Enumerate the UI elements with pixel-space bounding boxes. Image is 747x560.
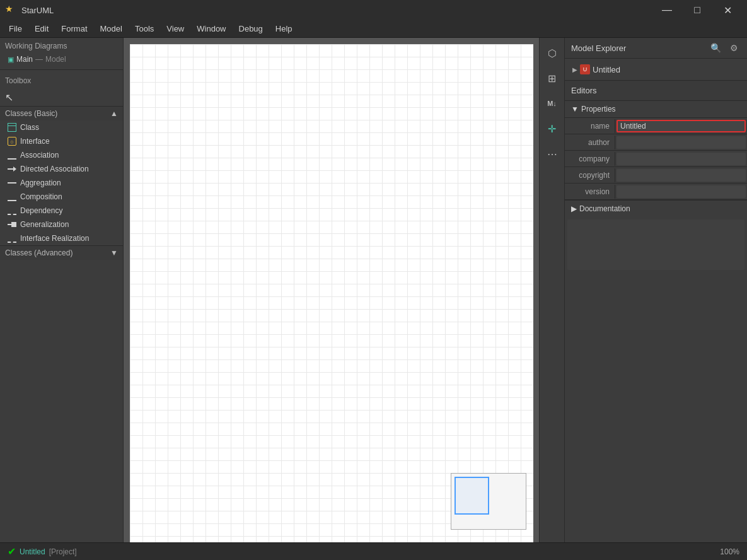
prop-value-copyright[interactable] xyxy=(617,169,746,182)
tree-item-untitled[interactable]: ▶ U Untitled xyxy=(570,62,742,76)
properties-header[interactable]: ▼ Properties xyxy=(565,101,747,118)
close-button[interactable]: ✕ xyxy=(713,0,742,20)
model-explorer-title: Model Explorer xyxy=(571,44,626,53)
interface-icon: ○ xyxy=(8,137,16,146)
classes-basic-header[interactable]: Classes (Basic) ▲ xyxy=(0,107,123,120)
composition-icon xyxy=(8,192,16,201)
generalization-label: Generalization xyxy=(20,220,69,229)
diagram-model: Model xyxy=(45,55,66,64)
interface-realization-icon xyxy=(8,242,16,243)
canvas-container[interactable] xyxy=(124,38,539,542)
canvas-area xyxy=(124,38,539,542)
cursor-tool[interactable]: ↖ xyxy=(0,89,123,106)
app-icon: ★ xyxy=(5,4,18,16)
toolbox-item-class[interactable]: Class xyxy=(0,120,123,134)
tree-expand-arrow: ▶ xyxy=(572,66,577,73)
diagram-separator: — xyxy=(35,55,43,64)
project-label[interactable]: Untitled xyxy=(20,547,45,556)
right-panel: Model Explorer 🔍 ⚙ ▶ U Untitled Editors … xyxy=(564,38,747,542)
documentation-section: ▶ Documentation xyxy=(565,200,747,272)
toolbox-item-directed-association[interactable]: Directed Association xyxy=(0,162,123,176)
statusbar: ✔ Untitled [Project] 100% xyxy=(0,542,747,560)
model-icon: U xyxy=(580,64,590,74)
menubar: File Edit Format Model Tools View Window… xyxy=(0,20,747,38)
toolbox-item-generalization[interactable]: Generalization xyxy=(0,218,123,231)
sidebar-icons: ⬡ ⊞ M↓ ✛ ⋯ xyxy=(539,38,564,542)
prop-label-version: version xyxy=(565,185,615,199)
toolbox-item-interface[interactable]: ○ Interface xyxy=(0,134,123,148)
prop-value-author[interactable] xyxy=(617,136,746,149)
working-diagrams-title: Working Diagrams xyxy=(5,42,118,53)
interface-realization-label: Interface Realization xyxy=(20,234,89,243)
aggregation-label: Aggregation xyxy=(20,178,61,187)
menu-file[interactable]: File xyxy=(3,21,28,36)
prop-label-author: author xyxy=(565,136,615,149)
menu-edit[interactable]: Edit xyxy=(28,21,55,36)
toolbox-section-classes-basic: Classes (Basic) ▲ Class ○ Interface Asso… xyxy=(0,106,123,245)
toolbox-item-composition[interactable]: Composition xyxy=(0,190,123,204)
toolbox-panel: Toolbox ↖ Classes (Basic) ▲ Class ○ xyxy=(0,70,123,542)
statusbar-left: ✔ Untitled [Project] xyxy=(8,545,77,557)
toolbox-item-aggregation[interactable]: Aggregation xyxy=(0,176,123,190)
class-label: Class xyxy=(20,123,39,132)
prop-row-copyright: copyright xyxy=(565,167,747,184)
toolbox-section-classes-advanced: Classes (Advanced) ▼ xyxy=(0,245,123,260)
menu-window[interactable]: Window xyxy=(190,21,232,36)
app-title: StarUML xyxy=(21,6,652,15)
project-suffix: [Project] xyxy=(49,547,77,556)
window-controls: — □ ✕ xyxy=(652,0,742,20)
composition-label: Composition xyxy=(20,192,62,201)
menu-view[interactable]: View xyxy=(160,21,190,36)
menu-model[interactable]: Model xyxy=(94,21,129,36)
association-icon xyxy=(8,158,16,160)
main-layout: Working Diagrams ▣ Main — Model Toolbox … xyxy=(0,38,747,542)
zoom-label: 100% xyxy=(720,547,739,556)
menu-format[interactable]: Format xyxy=(55,21,93,36)
prop-value-version[interactable] xyxy=(617,185,746,198)
menu-help[interactable]: Help xyxy=(269,21,299,36)
toolbox-item-interface-realization[interactable]: Interface Realization xyxy=(0,231,123,245)
aggregation-icon xyxy=(8,178,16,187)
documentation-body[interactable] xyxy=(567,219,744,270)
classes-advanced-arrow: ▼ xyxy=(110,248,118,257)
menu-tools[interactable]: Tools xyxy=(129,21,160,36)
editors-panel: Editors ▼ Properties name Untitled autho… xyxy=(565,80,747,542)
diagram-item-main[interactable]: ▣ Main — Model xyxy=(5,53,118,66)
editors-header: Editors xyxy=(565,81,747,101)
status-ok-icon: ✔ xyxy=(8,545,16,557)
drawing-canvas[interactable] xyxy=(130,44,533,542)
toolbox-item-association[interactable]: Association xyxy=(0,148,123,162)
documentation-header[interactable]: ▶ Documentation xyxy=(565,201,747,217)
model-tree-label: Untitled xyxy=(593,65,620,74)
share-icon[interactable]: ⋯ xyxy=(542,144,562,164)
layout-icon[interactable]: ⊞ xyxy=(542,68,562,88)
properties-collapse-arrow: ▼ xyxy=(571,105,579,114)
prop-value-name[interactable]: Untitled xyxy=(617,120,746,132)
diagram-label: Main xyxy=(16,55,33,64)
prop-value-company[interactable] xyxy=(617,153,746,165)
titlebar: ★ StarUML — □ ✕ xyxy=(0,0,747,20)
dependency-icon xyxy=(8,214,16,215)
diagram-icon: ▣ xyxy=(8,55,14,64)
working-diagrams-panel: Working Diagrams ▣ Main — Model xyxy=(0,38,123,70)
minimize-button[interactable]: — xyxy=(652,0,681,20)
model-explorer-header: Model Explorer 🔍 ⚙ xyxy=(565,38,747,59)
markdown-icon[interactable]: M↓ xyxy=(542,93,562,114)
directed-association-label: Directed Association xyxy=(20,165,89,173)
dependency-label: Dependency xyxy=(20,206,62,215)
prop-row-version: version xyxy=(565,184,747,200)
maximize-button[interactable]: □ xyxy=(683,0,712,20)
generalization-icon xyxy=(8,220,16,229)
menu-debug[interactable]: Debug xyxy=(233,21,269,36)
left-panel: Working Diagrams ▣ Main — Model Toolbox … xyxy=(0,38,124,542)
association-label: Association xyxy=(20,151,59,160)
directed-association-icon xyxy=(8,165,16,173)
move-icon[interactable]: ✛ xyxy=(542,119,562,139)
toolbox-item-dependency[interactable]: Dependency xyxy=(0,204,123,218)
search-button[interactable]: 🔍 xyxy=(708,42,724,54)
classes-advanced-header[interactable]: Classes (Advanced) ▼ xyxy=(0,246,123,260)
model-explorer-controls: 🔍 ⚙ xyxy=(708,42,741,54)
settings-button[interactable]: ⚙ xyxy=(727,42,741,54)
properties-section: ▼ Properties name Untitled author compan… xyxy=(565,101,747,200)
extensions-icon[interactable]: ⬡ xyxy=(542,43,562,63)
